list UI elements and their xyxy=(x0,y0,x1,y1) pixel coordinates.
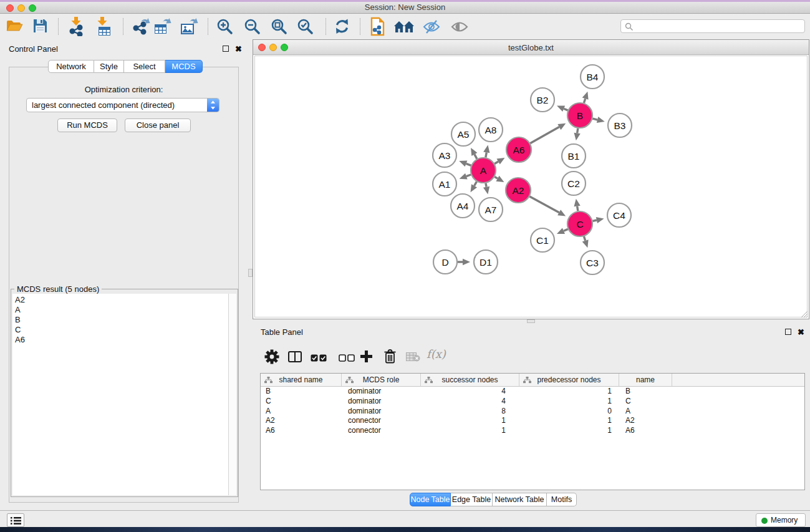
save-session-button[interactable] xyxy=(32,18,48,36)
mcds-result-item[interactable]: A xyxy=(12,305,236,315)
open-file-button[interactable] xyxy=(6,17,23,36)
graph-node-B3[interactable]: B3 xyxy=(608,114,632,137)
search-input[interactable] xyxy=(636,21,801,32)
graph-edge-A-A8[interactable] xyxy=(483,145,489,158)
share-document-button[interactable] xyxy=(369,17,387,39)
delete-table-button[interactable] xyxy=(406,352,420,364)
column-header-MCDS-role[interactable]: MCDS role xyxy=(342,374,421,386)
graph-edge-A-A1[interactable] xyxy=(460,173,471,180)
function-builder-button[interactable]: f(x) xyxy=(427,347,446,360)
tab-mcds[interactable]: MCDS xyxy=(165,60,203,73)
delete-column-button[interactable] xyxy=(384,349,396,366)
table-cell[interactable]: 1 xyxy=(519,426,619,436)
graph-edge-A-A6[interactable] xyxy=(494,158,504,165)
graph-edge-B-B4[interactable] xyxy=(582,92,589,103)
select-all-columns-button[interactable] xyxy=(311,353,327,364)
export-image-button[interactable] xyxy=(180,17,199,38)
import-table-button[interactable] xyxy=(95,17,112,39)
memory-button[interactable]: Memory xyxy=(756,513,806,527)
show-graphics-details-button[interactable] xyxy=(450,19,469,37)
table-row[interactable]: Bdominator41B xyxy=(261,387,804,397)
graph-edge-B-B1[interactable] xyxy=(574,128,580,141)
table-settings-button[interactable] xyxy=(264,349,279,367)
table-cell[interactable]: A6 xyxy=(261,426,342,436)
table-cell[interactable]: A xyxy=(261,407,342,417)
search-field[interactable] xyxy=(620,19,805,33)
graph-edge-C-C1[interactable] xyxy=(557,228,568,235)
export-table-button[interactable] xyxy=(153,17,172,38)
table-row[interactable]: Cdominator41C xyxy=(261,397,804,407)
task-history-button[interactable] xyxy=(7,513,24,527)
column-header-shared-name[interactable]: shared name xyxy=(261,374,342,386)
graph-edge-A-A5[interactable] xyxy=(471,148,477,159)
network-window-titlebar[interactable]: testGlobe.txt xyxy=(253,40,809,55)
table-cell[interactable]: B xyxy=(619,387,672,397)
graph-node-C2[interactable]: C2 xyxy=(562,172,586,195)
graph-edge-B-B3[interactable] xyxy=(592,117,604,123)
graph-edge-C-C4[interactable] xyxy=(592,217,604,223)
table-panel-float-button[interactable] xyxy=(785,329,791,335)
graph-node-A8[interactable]: A8 xyxy=(479,118,503,142)
graph-node-A[interactable]: A xyxy=(471,158,496,183)
table-cell[interactable]: connector xyxy=(342,426,421,436)
table-cell[interactable]: A6 xyxy=(619,426,672,436)
graph-edge-D-D1[interactable] xyxy=(458,259,470,265)
column-header-successor-nodes[interactable]: successor nodes xyxy=(421,374,519,386)
mcds-result-item[interactable]: B xyxy=(12,315,236,325)
graph-edge-A-A2[interactable] xyxy=(494,176,504,182)
graph-edge-A6-B[interactable] xyxy=(530,123,566,143)
import-network-button[interactable] xyxy=(68,17,85,39)
create-column-button[interactable] xyxy=(360,350,373,365)
table-cell[interactable]: 0 xyxy=(519,407,619,417)
tab-select[interactable]: Select xyxy=(124,60,165,73)
table-cell[interactable]: 1 xyxy=(519,387,619,397)
graph-node-A2[interactable]: A2 xyxy=(506,178,531,203)
run-mcds-button[interactable]: Run MCDS xyxy=(57,118,117,132)
table-cell[interactable]: 4 xyxy=(421,387,519,397)
graph-node-D[interactable]: D xyxy=(433,250,457,274)
graph-node-A3[interactable]: A3 xyxy=(433,143,456,167)
graph-edge-A-A7[interactable] xyxy=(483,183,489,195)
mcds-list-scrollbar[interactable] xyxy=(228,294,236,495)
graph-node-B4[interactable]: B4 xyxy=(581,65,604,89)
export-network-button[interactable] xyxy=(132,17,150,38)
table-panel-close-button[interactable]: ✖ xyxy=(798,329,804,336)
zoom-selected-button[interactable] xyxy=(297,18,314,37)
graph-node-C[interactable]: C xyxy=(567,211,592,236)
table-cell[interactable]: 1 xyxy=(421,416,519,426)
mcds-result-item[interactable]: A6 xyxy=(12,335,236,345)
graph-node-A7[interactable]: A7 xyxy=(479,198,503,221)
table-cell[interactable]: A2 xyxy=(261,416,342,426)
graph-node-A6[interactable]: A6 xyxy=(506,137,531,162)
zoom-fit-button[interactable] xyxy=(271,18,287,37)
graph-node-C1[interactable]: C1 xyxy=(531,228,554,252)
table-cell[interactable]: B xyxy=(261,387,342,397)
zoom-out-button[interactable] xyxy=(244,18,261,37)
criterion-dropdown[interactable]: largest connected component (directed) xyxy=(26,98,219,112)
table-row[interactable]: A2connector11A2 xyxy=(261,416,804,426)
column-header-predecessor-nodes[interactable]: predecessor nodes xyxy=(519,374,619,386)
graph-edge-A2-C[interactable] xyxy=(529,196,566,216)
control-panel-close-button[interactable]: ✖ xyxy=(235,46,242,53)
table-cell[interactable]: C xyxy=(619,397,672,407)
graph-edge-A-A3[interactable] xyxy=(459,161,471,167)
table-cell[interactable]: C xyxy=(261,397,342,407)
graph-node-C3[interactable]: C3 xyxy=(581,251,604,274)
tab-network-table[interactable]: Network Table xyxy=(493,493,547,506)
refresh-button[interactable] xyxy=(334,18,350,37)
graph-node-B[interactable]: B xyxy=(567,103,592,128)
horizontal-splitter-handle[interactable] xyxy=(527,319,535,323)
table-cell[interactable]: 1 xyxy=(421,426,519,436)
vertical-splitter-handle[interactable] xyxy=(248,269,253,277)
graph-edge-C-C2[interactable] xyxy=(574,199,580,211)
table-cell[interactable]: A2 xyxy=(619,416,672,426)
column-header-name[interactable]: name xyxy=(619,374,672,386)
mcds-result-item[interactable]: A2 xyxy=(12,295,236,305)
tab-edge-table[interactable]: Edge Table xyxy=(451,493,493,506)
graph-edge-A-A4[interactable] xyxy=(471,181,478,192)
graph-edge-B-B2[interactable] xyxy=(557,105,568,112)
table-row[interactable]: Adominator80A xyxy=(261,407,804,417)
table-row[interactable]: A6connector11A6 xyxy=(261,426,804,436)
table-cell[interactable]: A xyxy=(619,407,672,417)
control-panel-float-button[interactable] xyxy=(223,46,229,52)
